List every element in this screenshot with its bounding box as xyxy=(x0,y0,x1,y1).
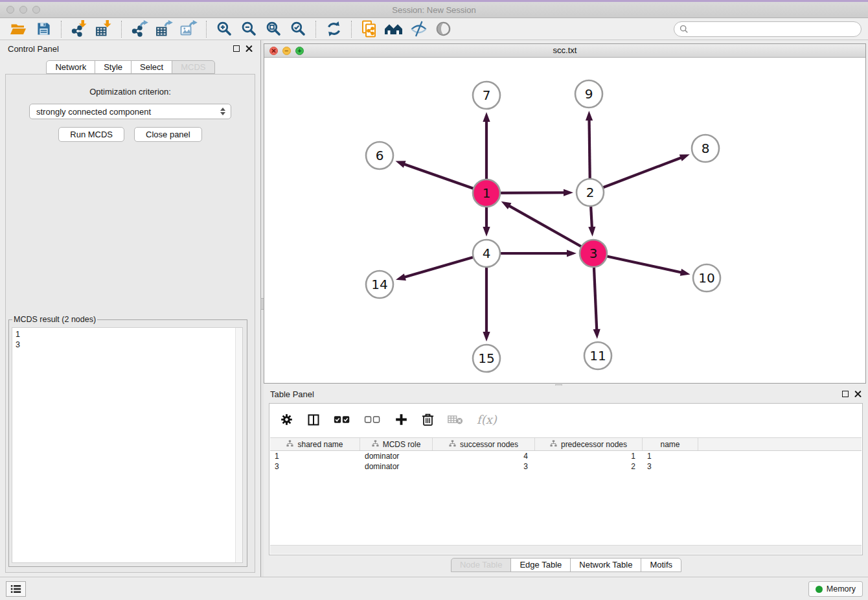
delete-table-icon[interactable] xyxy=(448,415,463,425)
table-cell[interactable]: 1 xyxy=(270,451,360,461)
control-panel-header: Control Panel xyxy=(0,40,260,57)
float-table-panel-icon[interactable] xyxy=(842,391,849,397)
table-horizontal-scrollbar[interactable] xyxy=(270,545,862,554)
column-header-MCDS-role[interactable]: MCDS role xyxy=(360,438,433,450)
import-network-icon[interactable] xyxy=(69,19,89,39)
table-cell[interactable]: 1 xyxy=(535,451,643,461)
memory-status-icon xyxy=(816,586,823,593)
import-table-icon[interactable] xyxy=(93,19,114,39)
table-cell[interactable]: 2 xyxy=(535,461,643,472)
duplicate-network-icon[interactable] xyxy=(359,19,380,39)
export-table-icon[interactable] xyxy=(154,19,174,39)
tab-select[interactable]: Select xyxy=(131,60,172,74)
select-all-icon[interactable] xyxy=(334,415,350,424)
close-window-icon[interactable] xyxy=(6,6,14,14)
close-table-panel-icon[interactable] xyxy=(854,391,862,398)
search-box[interactable] xyxy=(674,21,862,37)
graph-node-label-10: 10 xyxy=(698,270,714,286)
apply-layout-icon[interactable] xyxy=(323,19,344,39)
edge-arrowhead xyxy=(483,112,490,122)
graph-node-label-11: 11 xyxy=(589,348,606,363)
show-column-panel-icon[interactable] xyxy=(307,413,320,426)
tab-mcds[interactable]: MCDS xyxy=(172,60,214,74)
zoom-selected-icon[interactable] xyxy=(288,19,308,39)
table-cell[interactable]: 1 xyxy=(643,451,698,461)
column-header-shared-name[interactable]: shared name xyxy=(270,438,360,450)
export-network-icon[interactable] xyxy=(129,19,150,39)
network-window-titlebar[interactable]: ✕ − + scc.txt xyxy=(264,44,865,58)
zoom-in-icon[interactable] xyxy=(214,19,234,39)
table-toolbar: f(x) xyxy=(269,404,862,435)
edge-arrowhead xyxy=(564,189,573,196)
zoom-out-icon[interactable] xyxy=(238,19,259,39)
search-input[interactable] xyxy=(692,24,856,34)
toolbar-separator xyxy=(351,21,352,38)
hide-selected-icon[interactable] xyxy=(408,19,429,39)
save-session-icon[interactable] xyxy=(33,19,54,39)
control-panel-title: Control Panel xyxy=(8,44,59,54)
tab-network[interactable]: Network xyxy=(46,60,95,74)
export-image-icon[interactable] xyxy=(178,19,199,39)
list-icon xyxy=(10,584,21,594)
column-label: predecessor nodes xyxy=(561,440,627,449)
show-all-icon[interactable] xyxy=(433,19,453,39)
control-panel-tabs: Network Style Select MCDS xyxy=(0,60,260,74)
network-graph[interactable]: 1234678910111415 xyxy=(264,58,865,384)
toolbar-separator xyxy=(121,21,122,38)
column-type-icon xyxy=(449,440,456,449)
mcds-result-text[interactable]: 13 xyxy=(12,327,243,563)
first-neighbors-icon[interactable] xyxy=(383,19,404,39)
graph-node-label-2: 2 xyxy=(586,185,595,200)
table-cell[interactable]: dominator xyxy=(360,451,433,461)
tab-edge-table[interactable]: Edge Table xyxy=(510,558,571,572)
result-scrollbar[interactable] xyxy=(235,328,242,562)
table-body: 1dominator4113dominator323 xyxy=(270,451,862,472)
edge-arrowhead xyxy=(483,332,490,341)
memory-button[interactable]: Memory xyxy=(808,581,863,597)
edge-arrowhead xyxy=(680,269,691,276)
float-panel-icon[interactable] xyxy=(233,45,240,52)
table-cell[interactable]: 3 xyxy=(643,461,698,472)
edge-arrowhead xyxy=(501,202,512,209)
tab-style[interactable]: Style xyxy=(95,60,131,74)
table-row[interactable]: 3dominator323 xyxy=(270,461,862,472)
table-cell[interactable]: 4 xyxy=(433,451,535,461)
graph-node-label-6: 6 xyxy=(376,148,384,163)
close-panel-button[interactable]: Close panel xyxy=(134,127,202,142)
close-panel-icon[interactable] xyxy=(246,45,253,52)
tab-node-table[interactable]: Node Table xyxy=(451,558,512,572)
delete-column-icon[interactable] xyxy=(422,413,434,426)
mcds-result-title: MCDS result (2 nodes) xyxy=(12,315,97,324)
table-cell[interactable]: 3 xyxy=(433,461,535,472)
table-row[interactable]: 1dominator411 xyxy=(270,451,862,461)
table-cell[interactable]: dominator xyxy=(360,461,433,472)
edge-arrowhead xyxy=(680,154,690,161)
column-header-successor-nodes[interactable]: successor nodes xyxy=(433,438,535,450)
edge-3-1[interactable] xyxy=(508,205,593,253)
network-zoom-icon[interactable]: + xyxy=(295,47,304,55)
mac-traffic-lights[interactable] xyxy=(6,6,40,14)
run-mcds-button[interactable]: Run MCDS xyxy=(58,127,124,142)
network-minimize-icon[interactable]: − xyxy=(282,47,291,55)
search-icon xyxy=(680,25,689,34)
column-header-predecessor-nodes[interactable]: predecessor nodes xyxy=(535,438,643,450)
column-header-name[interactable]: name xyxy=(643,438,698,450)
network-close-icon[interactable]: ✕ xyxy=(269,47,278,55)
open-session-icon[interactable] xyxy=(8,19,29,39)
network-canvas[interactable]: 1234678910111415 xyxy=(264,58,865,383)
tab-motifs[interactable]: Motifs xyxy=(641,558,681,572)
deselect-all-icon[interactable] xyxy=(364,415,381,424)
memory-label: Memory xyxy=(827,584,856,594)
apply-function-icon[interactable]: f(x) xyxy=(477,413,497,426)
edge-2-8[interactable] xyxy=(590,157,682,192)
task-history-button[interactable] xyxy=(6,581,26,597)
add-column-icon[interactable] xyxy=(394,413,408,426)
table-settings-icon[interactable] xyxy=(280,413,293,426)
table-cell[interactable]: 3 xyxy=(270,461,360,472)
criterion-dropdown[interactable]: strongly connected component xyxy=(29,104,231,119)
tab-network-table[interactable]: Network Table xyxy=(570,558,641,572)
minimize-window-icon[interactable] xyxy=(19,6,27,14)
network-window-title: scc.txt xyxy=(264,44,865,57)
zoom-fit-icon[interactable] xyxy=(263,19,284,39)
zoom-window-icon[interactable] xyxy=(32,6,40,14)
